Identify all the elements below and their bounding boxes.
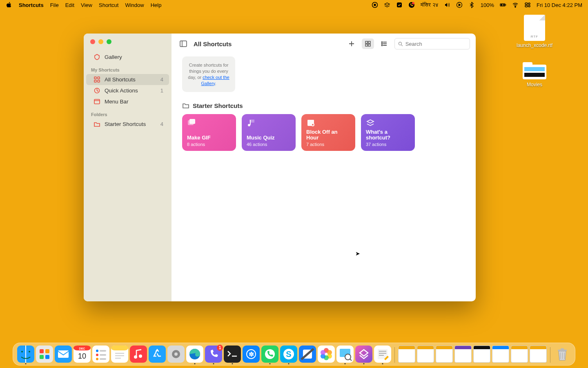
dock-minimized-window[interactable] <box>530 346 547 363</box>
svg-rect-44 <box>40 349 44 353</box>
shortcut-card[interactable]: Music Quiz46 actions <box>242 114 296 151</box>
dock-app-preview[interactable] <box>336 346 354 363</box>
desktop-folder-movies[interactable]: Movies <box>516 61 553 88</box>
svg-rect-25 <box>365 41 368 43</box>
rtf-file-icon <box>524 15 545 41</box>
shortcut-card[interactable]: What's a shortcut?37 actions <box>361 114 415 151</box>
dock-app-edge[interactable] <box>186 346 203 363</box>
svg-rect-28 <box>368 44 370 46</box>
dock-app-sfsym[interactable]: ✽ <box>243 346 260 363</box>
volume-icon[interactable] <box>444 2 450 8</box>
dock-minimized-window[interactable] <box>454 346 472 363</box>
dock-app-photos[interactable] <box>318 346 335 363</box>
svg-rect-65 <box>115 358 121 359</box>
dock-minimized-window[interactable] <box>398 346 415 363</box>
battery-icon[interactable] <box>500 2 506 8</box>
svg-rect-26 <box>368 41 370 43</box>
wifi-icon[interactable] <box>512 2 519 8</box>
svg-point-41 <box>21 351 23 352</box>
svg-rect-38 <box>307 120 314 121</box>
svg-rect-18 <box>94 77 96 79</box>
dock-minimized-window[interactable] <box>511 346 528 363</box>
svg-text:S: S <box>286 350 291 359</box>
dock-minimized-window[interactable] <box>417 346 434 363</box>
cal-icon <box>306 118 350 129</box>
menu-help[interactable]: Help <box>151 2 162 8</box>
svg-point-42 <box>29 351 30 352</box>
shortcut-card[interactable]: Make GIF8 actions <box>182 114 236 151</box>
now-playing-icon[interactable] <box>456 2 463 8</box>
zoom-button[interactable] <box>107 39 111 44</box>
sidebar-item-label: All Shortcuts <box>105 76 136 83</box>
sidebar-quick-actions[interactable]: Quick Actions 1 <box>86 85 169 96</box>
control-center-icon[interactable] <box>524 2 531 8</box>
sidebar: Gallery My Shortcuts All Shortcuts 4 Qui… <box>84 34 172 301</box>
dock-app-settings[interactable] <box>167 346 185 363</box>
section-header: Starter Shortcuts <box>182 102 465 109</box>
dock-app-finder[interactable] <box>17 346 34 363</box>
svg-rect-104 <box>561 348 564 350</box>
svg-point-30 <box>382 43 383 44</box>
dock-app-xcode[interactable] <box>299 346 316 363</box>
record-icon[interactable] <box>372 2 378 8</box>
dock-app-shortcuts[interactable] <box>355 346 372 363</box>
menu-edit[interactable]: Edit <box>65 2 74 8</box>
sidebar-menu-bar[interactable]: Menu Bar <box>86 96 169 107</box>
dock-trash[interactable] <box>554 346 571 363</box>
menu-view[interactable]: View <box>81 2 92 8</box>
dock-app-reminders[interactable] <box>92 346 109 363</box>
new-shortcut-button[interactable] <box>345 38 358 49</box>
card-title: Block Off an Hour <box>306 129 350 141</box>
menubar-calendar[interactable]: मंसिर २४ <box>421 2 438 8</box>
dock-app-music[interactable] <box>130 346 147 363</box>
dock-app-appstore[interactable] <box>149 346 166 363</box>
menu-file[interactable]: File <box>50 2 59 8</box>
svg-point-4 <box>412 2 414 4</box>
dock-app-viber[interactable]: 1 <box>205 346 222 363</box>
app-name[interactable]: Shortcuts <box>19 2 44 8</box>
sidebar-item-label: Starter Shortcuts <box>105 121 146 127</box>
toggle-sidebar-button[interactable] <box>177 38 189 49</box>
menubar-clock[interactable]: Fri 10 Dec 4:22 PM <box>537 2 582 8</box>
desktop-file-rtf[interactable]: launch_xcode.rtf <box>516 15 553 48</box>
card-title: What's a shortcut? <box>366 129 410 141</box>
svg-rect-21 <box>98 80 100 82</box>
dock-minimized-window[interactable] <box>473 346 490 363</box>
shield-icon[interactable] <box>396 2 403 8</box>
svg-point-72 <box>174 352 178 356</box>
sidebar-header-folders: Folders <box>84 107 172 119</box>
hint-text-post: . <box>215 81 216 86</box>
dock-app-textedit[interactable] <box>374 346 391 363</box>
window-title: All Shortcuts <box>194 40 232 47</box>
minimize-button[interactable] <box>98 39 103 44</box>
sidebar-all-shortcuts[interactable]: All Shortcuts 4 <box>86 74 169 85</box>
dock-app-calendar[interactable]: DEC10 <box>74 346 91 363</box>
dock-app-notes[interactable] <box>111 346 128 363</box>
search-input[interactable] <box>405 41 466 47</box>
menu-shortcut[interactable]: Shortcut <box>99 2 118 8</box>
viber-menubar-icon[interactable] <box>408 2 415 8</box>
svg-point-57 <box>96 354 98 356</box>
dock-minimized-window[interactable] <box>492 346 509 363</box>
dock-app-terminal[interactable] <box>224 346 241 363</box>
list-view-button[interactable] <box>378 38 390 49</box>
shortcut-card[interactable]: Block Off an Hour7 actions <box>301 114 355 151</box>
grid-view-button[interactable] <box>362 38 374 49</box>
bluetooth-icon[interactable] <box>468 2 475 8</box>
apple-menu-icon[interactable] <box>6 2 12 8</box>
shortcut-grid: Make GIF8 actionsMusic Quiz46 actionsBlo… <box>182 114 465 151</box>
search-field[interactable] <box>394 38 470 49</box>
dock-app-whatsapp[interactable] <box>261 346 278 363</box>
sidebar-gallery[interactable]: Gallery <box>86 52 169 63</box>
dock-minimized-window[interactable] <box>436 346 453 363</box>
battery-text[interactable]: 100% <box>481 2 494 8</box>
close-button[interactable] <box>90 39 95 44</box>
dock-app-launchpad[interactable] <box>36 346 53 363</box>
sidebar-header-myshortcuts: My Shortcuts <box>84 63 172 74</box>
sidebar-item-count: 1 <box>160 88 163 94</box>
dock-app-mail[interactable] <box>55 346 72 363</box>
menu-window[interactable]: Window <box>125 2 144 8</box>
stack-tray-icon[interactable] <box>384 2 390 8</box>
sidebar-folder-starter[interactable]: Starter Shortcuts 4 <box>86 119 169 130</box>
dock-app-skype[interactable]: S <box>280 346 297 363</box>
